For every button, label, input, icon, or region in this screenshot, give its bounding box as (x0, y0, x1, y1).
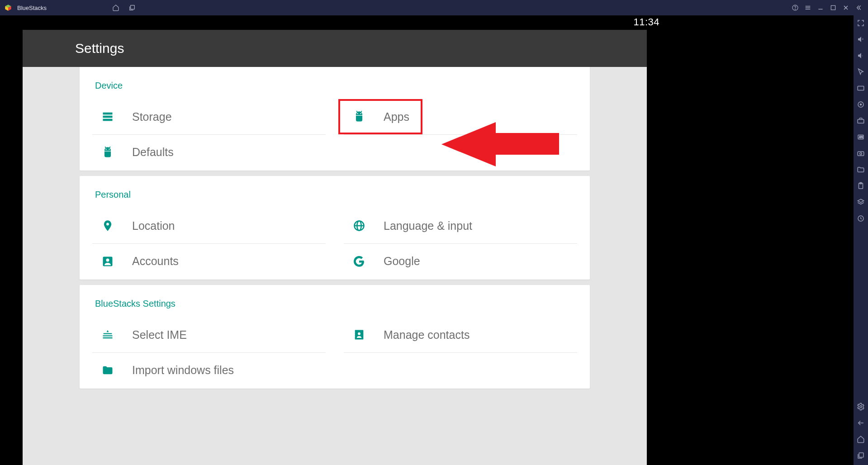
svg-point-39 (860, 104, 862, 105)
settings-item-label: Accounts (132, 255, 179, 268)
volume-down-icon[interactable]: - (854, 51, 867, 61)
svg-rect-33 (354, 336, 355, 337)
svg-rect-3 (131, 5, 135, 9)
svg-rect-31 (354, 332, 355, 332)
svg-rect-10 (831, 5, 835, 9)
menu-icon[interactable] (802, 2, 814, 14)
settings-item-import-files[interactable]: Import windows files (92, 352, 326, 388)
settings-item-accounts[interactable]: Accounts (92, 243, 326, 279)
globe-icon (348, 215, 370, 237)
maximize-icon[interactable] (827, 2, 839, 14)
close-icon[interactable] (840, 2, 852, 14)
bluestacks-logo-icon (4, 3, 13, 12)
settings-section-device: Device Storage Apps (80, 67, 590, 171)
contacts-icon (348, 324, 370, 346)
fullscreen-icon[interactable] (854, 18, 867, 28)
storage-icon (97, 106, 119, 128)
location-icon (97, 215, 119, 237)
recents-icon[interactable] (854, 451, 867, 460)
settings-item-label: Language & input (384, 219, 472, 232)
folder-icon[interactable] (854, 165, 867, 175)
back-icon[interactable] (854, 418, 867, 428)
settings-item-label: Manage contacts (384, 328, 470, 342)
titlebar-left: BlueStacks (4, 2, 138, 14)
settings-item-label: Storage (132, 110, 172, 123)
settings-item-label: Google (384, 255, 420, 268)
svg-point-16 (357, 113, 358, 114)
folder-icon (97, 360, 119, 381)
android-statusbar: 11:34 (633, 15, 669, 29)
nav-home-icon[interactable] (854, 434, 867, 444)
titlebar-right (789, 2, 864, 14)
settings-item-label: Apps (384, 110, 409, 123)
section-title: Device (80, 67, 590, 99)
clipboard-icon[interactable] (854, 181, 867, 191)
apk-icon[interactable]: APK (854, 132, 867, 142)
media-icon[interactable] (854, 83, 867, 93)
settings-icon[interactable] (854, 402, 867, 412)
svg-point-20 (105, 148, 106, 149)
layers-icon[interactable] (854, 197, 867, 207)
svg-point-21 (109, 148, 109, 149)
svg-point-49 (860, 406, 862, 408)
svg-text:APK: APK (859, 136, 863, 138)
svg-rect-43 (858, 152, 864, 156)
clock-icon[interactable] (854, 214, 867, 223)
settings-item-google[interactable]: Google (344, 243, 577, 279)
svg-line-23 (109, 147, 110, 148)
target-icon[interactable] (854, 100, 867, 109)
android-icon (97, 142, 119, 163)
statusbar-time: 11:34 (633, 16, 659, 28)
svg-point-24 (106, 223, 109, 226)
settings-item-apps[interactable]: Apps (344, 99, 577, 134)
settings-item-label: Defaults (132, 146, 174, 159)
camera-icon[interactable] (854, 148, 867, 158)
settings-item-location[interactable]: Location (92, 208, 326, 243)
google-icon (348, 251, 370, 272)
svg-point-44 (860, 153, 862, 155)
settings-title: Settings (75, 41, 124, 56)
settings-item-manage-contacts[interactable]: Manage contacts (344, 317, 577, 352)
svg-rect-13 (103, 113, 113, 115)
home-icon[interactable] (110, 2, 122, 14)
empty-cell (344, 134, 577, 170)
svg-point-29 (106, 258, 109, 261)
keyboard-icon (97, 324, 119, 346)
empty-cell (344, 352, 577, 388)
help-icon[interactable] (789, 2, 801, 14)
volume-up-icon[interactable]: + (854, 34, 867, 44)
svg-text:+: + (862, 37, 864, 41)
android-screen: Settings Device Storage (23, 30, 647, 465)
settings-item-label: Select IME (132, 328, 187, 342)
settings-item-language[interactable]: Language & input (344, 208, 577, 243)
side-toolbar: + - APK (854, 15, 868, 465)
settings-item-storage[interactable]: Storage (92, 99, 326, 134)
svg-point-34 (358, 332, 360, 335)
svg-point-5 (795, 9, 795, 9)
svg-rect-15 (103, 119, 113, 121)
svg-line-19 (361, 111, 362, 113)
toolbox-icon[interactable] (854, 116, 867, 126)
svg-text:-: - (862, 53, 863, 57)
svg-rect-32 (354, 334, 355, 335)
person-icon (97, 251, 119, 272)
settings-body: Device Storage Apps (23, 67, 647, 389)
svg-rect-37 (858, 86, 864, 90)
titlebar: BlueStacks (0, 0, 868, 15)
cursor-icon[interactable] (854, 67, 867, 77)
svg-rect-40 (858, 119, 864, 123)
settings-item-defaults[interactable]: Defaults (92, 134, 326, 170)
settings-item-label: Location (132, 219, 175, 232)
svg-rect-14 (103, 116, 113, 118)
collapse-sidebar-icon[interactable] (853, 2, 864, 14)
minimize-icon[interactable] (815, 2, 826, 14)
svg-line-18 (356, 111, 357, 113)
settings-header: Settings (23, 30, 647, 67)
android-icon (348, 106, 370, 128)
settings-section-bluestacks: BlueStacks Settings Select IME Manage co… (80, 285, 590, 389)
svg-line-22 (105, 147, 106, 148)
svg-point-17 (360, 113, 361, 114)
settings-item-select-ime[interactable]: Select IME (92, 317, 326, 352)
tabs-icon[interactable] (126, 2, 138, 14)
app-title: BlueStacks (17, 5, 47, 11)
